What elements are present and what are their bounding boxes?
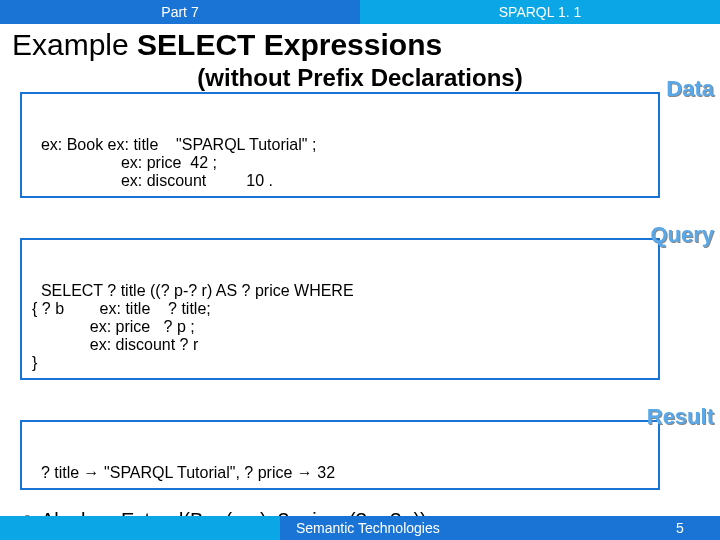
topbar: Part 7 SPARQL 1. 1 [0,0,720,24]
footer-mid: Semantic Technologies [280,516,640,540]
data-label: Data [666,76,714,102]
footer-left [0,516,280,540]
data-content: ex: Book ex: title "SPARQL Tutorial" ; e… [32,136,316,189]
query-label: Query [650,222,714,248]
result-label: Result [647,404,714,430]
title-bold: SELECT Expressions [137,28,442,61]
topbar-part: Part 7 [0,0,360,24]
footer-page: 5 [640,516,720,540]
query-content: SELECT ? title ((? p-? r) AS ? price WHE… [32,282,354,371]
data-box: Data ex: Book ex: title "SPARQL Tutorial… [20,92,660,198]
slide-subtitle: (without Prefix Declarations) [0,64,720,92]
slide-title: Example SELECT Expressions [0,24,720,62]
query-box: Query SELECT ? title ((? p-? r) AS ? pri… [20,238,660,380]
footer: Semantic Technologies 5 [0,516,720,540]
result-box: Result ? title → "SPARQL Tutorial", ? pr… [20,420,660,490]
title-prefix: Example [12,28,137,61]
topbar-topic: SPARQL 1. 1 [360,0,720,24]
result-content: ? title → "SPARQL Tutorial", ? price → 3… [41,464,335,481]
